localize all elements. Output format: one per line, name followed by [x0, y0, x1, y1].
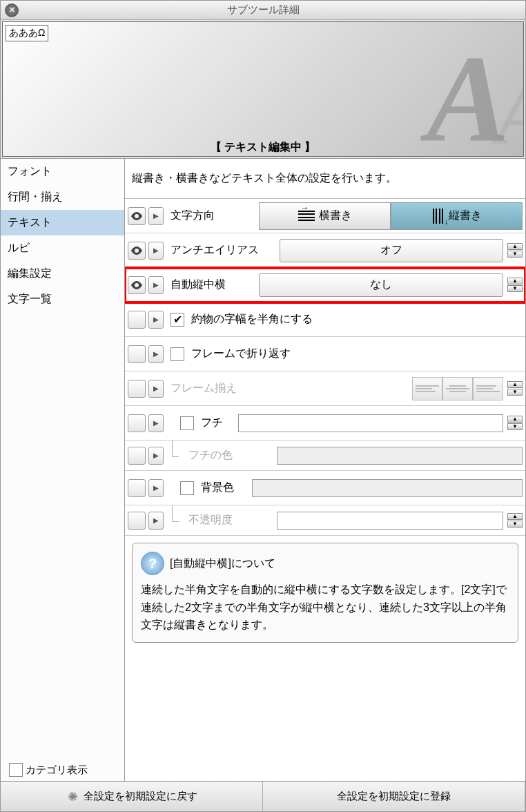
wrap-checkbox[interactable] [171, 347, 184, 361]
expand-toggle[interactable]: ▶ [148, 380, 164, 398]
category-ruby[interactable]: ルビ [1, 235, 124, 261]
opacity-spinner[interactable]: ▲▼ [507, 513, 523, 528]
footer: ✺ 全設定を初期設定に戻す 全設定を初期設定に登録 [1, 781, 525, 811]
edge-value-field[interactable] [238, 414, 503, 432]
auto-tcy-label: 自動縦中横 [166, 278, 256, 292]
expand-toggle[interactable]: ▶ [148, 479, 164, 497]
preview-glyph-large: A [427, 27, 509, 157]
category-sidebar: フォント 行間・揃え テキスト ルビ 編集設定 文字一覧 カテゴリ表示 [1, 159, 125, 781]
visibility-toggle[interactable] [128, 447, 146, 465]
reset-icon: ✺ [66, 790, 79, 804]
help-icon: ? [141, 552, 164, 575]
preview-sample-text[interactable]: あああΩ [6, 25, 48, 41]
antialias-dropdown[interactable]: オフ [280, 239, 503, 262]
direction-horizontal-button[interactable]: 横書き [259, 202, 391, 230]
visibility-toggle[interactable] [128, 414, 146, 432]
expand-toggle[interactable]: ▶ [148, 345, 164, 363]
wrap-label: フレームで折り返す [191, 347, 291, 361]
edge-spinner[interactable]: ▲▼ [507, 416, 523, 430]
category-text[interactable]: テキスト [1, 210, 124, 235]
category-show-label: カテゴリ表示 [26, 764, 88, 777]
horizontal-icon [298, 210, 315, 222]
visibility-toggle[interactable] [128, 345, 146, 363]
visibility-toggle[interactable] [128, 276, 146, 294]
edge-color-field[interactable] [277, 447, 523, 465]
halfwidth-label: 約物の字幅を半角にする [191, 312, 313, 327]
frame-align-label: フレーム揃え [166, 381, 409, 396]
align-middle-button[interactable] [442, 377, 473, 400]
help-body: 連続した半角文字を自動的に縦中横にする文字数を設定します。[2文字]で連続した2… [141, 581, 509, 634]
visibility-toggle[interactable] [128, 207, 146, 225]
register-label: 全設定を初期設定に登録 [337, 790, 451, 803]
indent-line [172, 441, 179, 457]
row-bgcolor: ▶ 背景色 [125, 471, 525, 505]
direction-segmented: 横書き 縦書き [259, 202, 523, 230]
window-title: サブツール詳細 [1, 3, 525, 17]
expand-toggle[interactable]: ▶ [148, 207, 164, 225]
antialias-spinner[interactable]: ▲▼ [507, 243, 523, 258]
titlebar: ✕ サブツール詳細 [1, 1, 525, 20]
reset-defaults-button[interactable]: ✺ 全設定を初期設定に戻す [1, 782, 263, 811]
register-defaults-button[interactable]: 全設定を初期設定に登録 [263, 782, 525, 811]
visibility-toggle[interactable] [128, 311, 146, 329]
direction-label: 文字方向 [166, 209, 256, 223]
body: フォント 行間・揃え テキスト ルビ 編集設定 文字一覧 カテゴリ表示 縦書き・… [1, 158, 525, 781]
reset-label: 全設定を初期設定に戻す [84, 790, 197, 803]
row-auto-tatechuyoko: ▶ 自動縦中横 なし ▲▼ [125, 268, 525, 302]
subtool-detail-window: ✕ サブツール詳細 あああΩ A A 【 テキスト編集中 】 フォント 行間・揃… [0, 0, 526, 812]
edge-label: フチ [201, 416, 235, 430]
row-edge: ▶ フチ ▲▼ [125, 406, 525, 441]
visibility-toggle[interactable] [128, 512, 146, 530]
align-top-button[interactable] [412, 377, 442, 400]
panel-description: 縦書き・横書きなどテキスト全体の設定を行います。 [125, 159, 525, 199]
preview-status: 【 テキスト編集中 】 [3, 140, 523, 155]
expand-toggle[interactable]: ▶ [148, 276, 164, 294]
help-box: ? [自動縦中横]について 連続した半角文字を自動的に縦中横にする文字数を設定し… [132, 543, 518, 643]
row-edge-color: ▶ フチの色 [125, 441, 525, 471]
auto-tcy-value: なし [370, 278, 392, 292]
preview-area: あああΩ A A 【 テキスト編集中 】 [2, 21, 524, 157]
halfwidth-checkbox[interactable]: ✔ [171, 313, 184, 327]
expand-toggle[interactable]: ▶ [148, 512, 164, 530]
category-edit-settings[interactable]: 編集設定 [1, 261, 124, 287]
direction-v-label: 縦書き [449, 209, 482, 223]
bgcolor-label: 背景色 [201, 481, 249, 495]
auto-tcy-spinner[interactable]: ▲▼ [507, 278, 523, 292]
edge-color-label: フチの色 [184, 448, 274, 463]
expand-toggle[interactable]: ▶ [148, 447, 164, 465]
visibility-toggle[interactable] [128, 380, 146, 398]
antialias-value: オフ [380, 243, 402, 258]
category-font[interactable]: フォント [1, 159, 124, 184]
row-antialias: ▶ アンチエイリアス オフ ▲▼ [125, 233, 525, 268]
expand-toggle[interactable]: ▶ [148, 414, 164, 432]
auto-tcy-dropdown[interactable]: なし [259, 273, 503, 297]
category-line-align[interactable]: 行間・揃え [1, 184, 124, 210]
expand-toggle[interactable]: ▶ [148, 242, 164, 260]
row-frame-wrap: ▶ フレームで折り返す [125, 337, 525, 371]
visibility-toggle[interactable] [128, 479, 146, 497]
help-title: [自動縦中横]について [170, 557, 275, 571]
row-text-direction: ▶ 文字方向 横書き 縦書き [125, 199, 525, 233]
bgcolor-checkbox[interactable] [180, 481, 194, 495]
align-bottom-button[interactable] [473, 377, 503, 400]
help-header: ? [自動縦中横]について [141, 552, 509, 575]
antialias-label: アンチエイリアス [166, 243, 277, 258]
opacity-field[interactable] [277, 512, 503, 530]
opacity-label: 不透明度 [184, 513, 274, 528]
expand-toggle[interactable]: ▶ [148, 311, 164, 329]
edge-checkbox[interactable] [180, 416, 194, 430]
bgcolor-field[interactable] [252, 479, 523, 497]
settings-rows: ▶ 文字方向 横書き 縦書き ▶ [125, 199, 525, 536]
frame-align-buttons [412, 377, 503, 400]
category-char-list[interactable]: 文字一覧 [1, 287, 124, 312]
direction-vertical-button[interactable]: 縦書き [391, 202, 523, 230]
category-list: フォント 行間・揃え テキスト ルビ 編集設定 文字一覧 [1, 159, 124, 759]
row-opacity: ▶ 不透明度 ▲▼ [125, 505, 525, 536]
row-frame-align: ▶ フレーム揃え ▲▼ [125, 371, 525, 406]
category-show-toggle[interactable]: カテゴリ表示 [1, 759, 124, 781]
category-show-checkbox[interactable] [9, 763, 23, 777]
direction-h-label: 横書き [319, 209, 352, 223]
vertical-icon [432, 209, 445, 224]
visibility-toggle[interactable] [128, 242, 146, 260]
frame-align-spinner[interactable]: ▲▼ [507, 381, 523, 396]
